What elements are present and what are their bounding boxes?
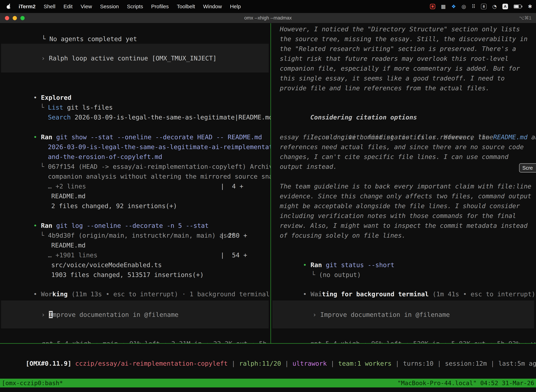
menu-app-name[interactable]: iTerm2 bbox=[19, 4, 36, 9]
explored-search-line: Search 2026-03-09-is-legal-the-same-as-l… bbox=[17, 103, 270, 112]
menu-toolbelt[interactable]: Toolbelt bbox=[177, 4, 195, 9]
separator: | bbox=[433, 360, 445, 367]
omx-last: last:5m ago bbox=[498, 360, 536, 367]
circle-app-icon[interactable]: ◎ bbox=[462, 4, 466, 9]
tmux-session-window[interactable]: [omx-cczip0:bash* bbox=[0, 379, 63, 387]
left-agent-pane: └ No agents completed yet › Ralph loop a… bbox=[0, 23, 270, 343]
reasoning-heading: Considering citation options bbox=[280, 103, 417, 112]
menu-shell[interactable]: Shell bbox=[44, 4, 55, 9]
reasoning-line: changes, I can't cite specific file line… bbox=[280, 152, 508, 162]
ran-git-show-stat: README.md| 4 + bbox=[21, 182, 86, 191]
separator: | bbox=[228, 360, 239, 367]
omx-turns: turns:10 bbox=[403, 360, 433, 367]
right-agent-pane: However, I noticed the "Directory Struct… bbox=[271, 23, 536, 343]
screen: iTerm2 Shell Edit View Session Scripts P… bbox=[0, 0, 536, 392]
omx-version: [OMX#0.11.9] bbox=[26, 360, 75, 367]
ran-git-log-more: … +1901 lines bbox=[17, 240, 97, 250]
prompt-input-left-line[interactable]: › Improve documentation in @filename bbox=[3, 304, 178, 325]
key-8-icon[interactable]: 8 bbox=[481, 4, 487, 9]
pane-divider-vertical[interactable] bbox=[270, 23, 271, 344]
ran-git-log-stat-2: src/voice/voiceModeEnabled.ts| 54 + bbox=[21, 250, 162, 260]
battery-icon[interactable]: 61 bbox=[514, 5, 522, 9]
omx-status-line: [OMX#0.11.9] cczip/essay/ai-reimplementa… bbox=[3, 349, 536, 359]
separator: | bbox=[281, 360, 292, 367]
battery-tip bbox=[522, 6, 522, 7]
separator: | bbox=[487, 360, 498, 367]
prompt-input-right-line[interactable]: › Improve documentation in @filename bbox=[274, 304, 450, 325]
screen-recording-icon[interactable] bbox=[430, 4, 435, 9]
reasoning-line: might be acceptable alongside the file l… bbox=[280, 201, 520, 211]
reasoning-line: companion file, especially if more comme… bbox=[280, 64, 520, 73]
explored-list-line: └ List git ls-files bbox=[10, 93, 113, 103]
menu-bar-left: iTerm2 Shell Edit View Session Scripts P… bbox=[0, 4, 241, 9]
blue-app-icon[interactable]: ❖ bbox=[451, 4, 456, 9]
bullet: • bbox=[303, 290, 310, 298]
reasoning-line: I could cite commit statistics or refere… bbox=[280, 122, 536, 132]
reasoning-line: review. Also, I might want to inspect th… bbox=[280, 221, 527, 231]
ran-git-show-commit-2: companion analysis without altering the … bbox=[17, 162, 270, 172]
tree-corner: └ bbox=[311, 271, 319, 278]
reasoning-line: including verification notes with those … bbox=[280, 211, 516, 221]
ran-git-log-header: • Ran git log --oneline --decorate -n 5 … bbox=[3, 211, 209, 221]
bullet: • bbox=[33, 290, 41, 298]
ran-git-log-commit: └ 4b9d30f (origin/main, instructkr/main,… bbox=[10, 221, 235, 231]
window-shortcut-hint: ⌥⌘1 bbox=[519, 15, 531, 21]
apple-menu-icon[interactable] bbox=[7, 4, 10, 9]
menu-scripts[interactable]: Scripts bbox=[127, 4, 143, 9]
reasoning-line: essay file, along with finding root file… bbox=[280, 132, 493, 142]
prompt-chevron: › bbox=[313, 311, 320, 318]
ran-git-show-more: … +2 lines bbox=[17, 172, 86, 182]
reasoning-line: references need actual files, and since … bbox=[280, 142, 524, 152]
ran-git-show-commit-1: └ 067f154 (HEAD -> essay/ai-reimplementa… bbox=[10, 152, 270, 162]
omx-branch: cczip/essay/ai-reimplementation-copyleft bbox=[75, 360, 228, 367]
keyboard-grid-icon[interactable]: ▦ bbox=[441, 4, 446, 9]
reasoning-line: the source tree, missing the essay. Stil… bbox=[280, 34, 527, 44]
menu-edit[interactable]: Edit bbox=[63, 4, 73, 9]
prompt-input-left[interactable]: › Improve documentation in @filename bbox=[1, 300, 269, 328]
menu-view[interactable]: View bbox=[81, 4, 92, 9]
menu-profiles[interactable]: Profiles bbox=[151, 4, 169, 9]
window-title-bar[interactable]: omx --xhigh --madmax ⌥⌘1 bbox=[0, 13, 536, 23]
model-status-left: gpt-5.4 xhigh · main · 91% left · 2.31M … bbox=[11, 329, 270, 339]
reasoning-line: slight risk that future readers may over… bbox=[280, 54, 508, 64]
input-source-icon[interactable]: A bbox=[502, 4, 508, 9]
working-status-line: • Working (11m 13s • esc to interrupt) ·… bbox=[3, 280, 270, 289]
prompt-input-right[interactable]: › Improve documentation in @filename bbox=[273, 300, 534, 328]
fan-icon[interactable]: ✱ bbox=[528, 4, 532, 9]
omx-mode: ultrawork bbox=[292, 360, 327, 367]
menu-window[interactable]: Window bbox=[203, 4, 222, 9]
reasoning-line: evidence. Since this change only affects… bbox=[280, 191, 531, 201]
omx-team: team:1 workers bbox=[338, 360, 392, 367]
tmux-host-clock: "MacBook-Pro-44.local" 04:52 31-Mar-26 bbox=[397, 379, 536, 387]
gauge-icon[interactable]: ◔ bbox=[492, 4, 497, 9]
macos-menu-bar: iTerm2 Shell Edit View Session Scripts P… bbox=[0, 0, 536, 13]
no-output-line: └ (no output) bbox=[281, 260, 361, 270]
explored-header: • Explored bbox=[3, 83, 72, 93]
ran-git-show-file-2: and-the-erosion-of-copyleft.md bbox=[17, 142, 162, 152]
reasoning-line: this single essay, it seems like a good … bbox=[280, 73, 505, 83]
terminal: └ No agents completed yet › Ralph loop a… bbox=[0, 23, 536, 392]
menu-help[interactable]: Help bbox=[230, 4, 241, 9]
separator: | bbox=[392, 360, 403, 367]
ran-git-log-summary: 1903 files changed, 513517 insertions(+) bbox=[21, 260, 204, 270]
pane-divider-horizontal bbox=[0, 343, 536, 344]
waiting-status-line: • Waiting for background terminal (1m 41… bbox=[273, 280, 536, 289]
dot-grid-icon[interactable]: ⠿ bbox=[472, 4, 475, 9]
omx-session: session:12m bbox=[445, 360, 487, 367]
reasoning-line: of focusing solely on file lines. bbox=[280, 231, 406, 240]
ran-git-log-stat-1: README.md| 280 + bbox=[21, 231, 86, 240]
ran-git-show-summary: 2 files changed, 92 insertions(+) bbox=[21, 191, 177, 201]
ran-git-show-header: • Ran git show --stat --oneline --decora… bbox=[3, 122, 262, 132]
model-status-right: gpt-5.4 xhigh · 96% left · 520K in · 5.8… bbox=[280, 329, 536, 339]
window-title: omx --xhigh --madmax bbox=[0, 15, 536, 21]
tmux-status-bar: [omx-cczip0:bash* "MacBook-Pro-44.local"… bbox=[0, 379, 536, 387]
menu-bar-status-icons: ▦ ❖ ◎ ⠿ 8 ◔ A 61 ✱ bbox=[430, 4, 536, 9]
ran-git-status-header: • Ran git status --short bbox=[273, 250, 394, 260]
menu-session[interactable]: Session bbox=[100, 4, 119, 9]
omx-ralph-count: ralph:11/20 bbox=[239, 360, 281, 367]
reasoning-line: The team guideline is to back every impo… bbox=[280, 182, 531, 191]
reasoning-line: output instead. bbox=[280, 162, 337, 172]
readme-link[interactable]: README.md bbox=[493, 134, 527, 141]
screen-share-chip[interactable]: Scre bbox=[519, 163, 536, 173]
battery-percent: 61 bbox=[514, 5, 521, 8]
